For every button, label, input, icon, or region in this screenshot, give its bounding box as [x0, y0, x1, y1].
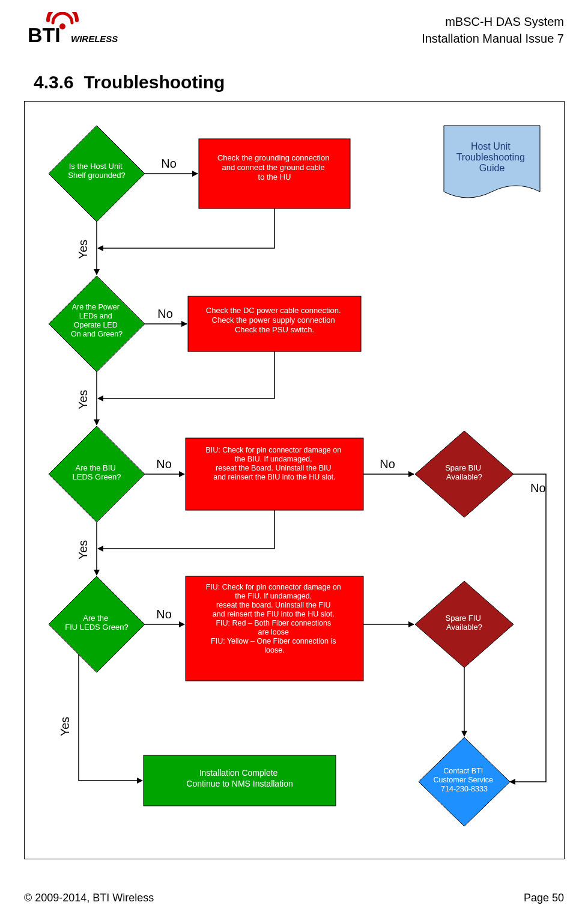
svg-text:Are the Power
          LEDs a: Are the Power LEDs and Operate LED On an…	[71, 303, 123, 338]
svg-text:Spare FIU
          Available?: Spare FIU Available?	[446, 614, 483, 632]
process-check-dc-power: Check the DC power cable connection. Che…	[188, 296, 361, 352]
label-no-1: No	[161, 157, 177, 170]
edge-d4-ok	[79, 654, 142, 781]
decision-biu-leds: Are the BIU LEDS Green?	[49, 426, 145, 522]
footer-copyright: © 2009-2014, BTI Wireless	[24, 892, 154, 904]
label-no-4: No	[156, 608, 172, 621]
section-number: 4.3.6	[34, 72, 74, 92]
bti-logo: BTI WIRELESS	[24, 12, 132, 47]
label-yes-4: Yes	[58, 717, 71, 737]
label-no-3: No	[156, 457, 172, 471]
edge-a1-back	[98, 209, 274, 248]
decision-power-leds: Are the Power LEDs and Operate LED On an…	[49, 276, 145, 372]
troubleshooting-flowchart: Host Unit Troubleshooting Guide Is the H…	[25, 102, 564, 859]
header-system: mBSC-H DAS System	[422, 13, 564, 30]
header-manual: Installation Manual Issue 7	[422, 30, 564, 47]
label-no-3b: No	[380, 457, 395, 471]
process-biu-check: BIU: Check for pin connector damage on t…	[186, 438, 363, 510]
footer-page: Page 50	[524, 892, 564, 904]
decision-spare-fiu: Spare FIU Available?	[415, 581, 514, 668]
label-no-2: No	[157, 307, 173, 320]
edge-a3-back	[98, 510, 274, 549]
section-name: Troubleshooting	[83, 72, 225, 92]
decision-contact-bti: Contact BTI Customer Service 714-230-833…	[419, 737, 510, 826]
document-page: BTI WIRELESS mBSC-H DAS System Installat…	[0, 0, 588, 920]
decision-hu-grounded: Is the Host Unit Shelf grounded?	[49, 126, 145, 222]
decision-spare-biu: Spare BIU Available?	[415, 431, 514, 517]
svg-text:Is the Host Unit
          She: Is the Host Unit Shelf grounded?	[68, 162, 125, 180]
label-yes-1: Yes	[76, 240, 89, 260]
svg-text:BIU: Check for pin connector d: BIU: Check for pin connector damage on t…	[205, 446, 343, 481]
logo-sub-text: WIRELESS	[71, 34, 118, 44]
edge-a2-back	[98, 352, 274, 398]
process-check-grounding: Check the grounding connection and conne…	[199, 139, 350, 209]
flowchart-frame: Host Unit Troubleshooting Guide Is the H…	[24, 101, 565, 859]
decision-fiu-leds: Are the FIU LEDS Green?	[49, 576, 145, 672]
note-host-unit-guide: Host Unit Troubleshooting Guide	[444, 126, 540, 198]
header-right: mBSC-H DAS System Installation Manual Is…	[422, 13, 564, 47]
label-yes-3: Yes	[76, 540, 89, 560]
edge-d3b-contact	[510, 474, 546, 782]
label-no-d3b: No	[530, 481, 546, 495]
process-install-complete: Installation Complete Continue to NMS In…	[144, 755, 336, 806]
logo-main-text: BTI	[28, 23, 61, 46]
label-yes-2: Yes	[76, 390, 89, 410]
section-title: 4.3.6 Troubleshooting	[34, 72, 225, 93]
process-fiu-check: FIU: Check for pin connector damage on t…	[186, 576, 363, 681]
svg-text:Are the BIU
          LEDS Gre: Are the BIU LEDS Green?	[73, 463, 121, 481]
svg-text:Spare BIU
          Available?: Spare BIU Available?	[445, 463, 483, 481]
